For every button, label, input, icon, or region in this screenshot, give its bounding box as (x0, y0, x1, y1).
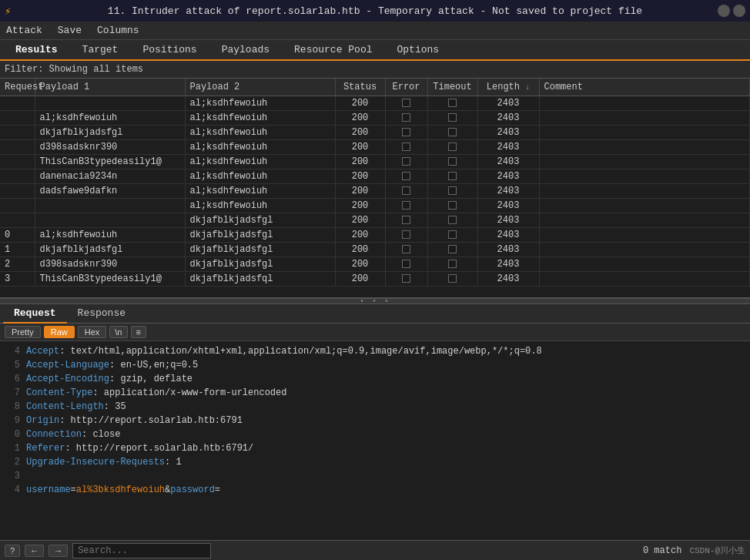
cell-comment (539, 243, 750, 257)
col-header-length[interactable]: Length ↓ (477, 79, 539, 96)
resize-divider[interactable]: • • • (0, 298, 750, 304)
menu-attack[interactable]: Attack (3, 23, 45, 38)
cell-length: 2403 (477, 199, 539, 213)
help-btn[interactable]: ? (5, 545, 20, 557)
col-header-status: Status (335, 79, 385, 96)
tab-options[interactable]: Options (384, 40, 451, 61)
table-row[interactable]: 3 ThisCanB3typedeasily1@ dkjafblkjadsfql… (0, 272, 750, 287)
tab-request[interactable]: Request (3, 304, 67, 324)
cell-payload1: al;ksdhfewoiuh (35, 111, 185, 126)
cell-comment (539, 272, 750, 287)
filter-bar: Filter: Showing all items (0, 61, 750, 79)
search-input[interactable] (72, 543, 211, 558)
cell-request (0, 184, 35, 199)
cell-length: 2403 (477, 126, 539, 140)
table-row[interactable]: al;ksdhfewoiuh al;ksdhfewoiuh 200 2403 (0, 111, 750, 126)
table-row[interactable]: 2 d398sadsknr390 dkjafblkjadsfgl 200 240… (0, 257, 750, 272)
error-checkbox (402, 260, 410, 268)
cell-payload1: d398sadsknr390 (35, 140, 185, 155)
line-number: 3 (6, 469, 20, 483)
close-button[interactable] (733, 5, 745, 17)
back-btn[interactable]: ← (25, 545, 44, 557)
tab-payloads[interactable]: Payloads (209, 40, 282, 61)
menu-save[interactable]: Save (55, 23, 85, 38)
menu-columns[interactable]: Columns (94, 23, 142, 38)
match-count: 0 match (643, 545, 681, 556)
cell-timeout (427, 111, 477, 126)
table-row[interactable]: d398sadsknr390 al;ksdhfewoiuh 200 2403 (0, 140, 750, 155)
tab-response[interactable]: Response (67, 304, 136, 324)
table-row[interactable]: 1 dkjafblkjadsfgl dkjafblkjadsfgl 200 24… (0, 243, 750, 257)
forward-btn[interactable]: → (49, 545, 68, 557)
line-number: 2 (6, 455, 20, 469)
timeout-checkbox (448, 216, 457, 224)
table-row[interactable]: dkjafblkjadsfgl 200 2403 (0, 213, 750, 228)
error-checkbox (402, 157, 410, 166)
cell-error (385, 184, 427, 199)
cell-payload2: al;ksdhfewoiuh (185, 140, 335, 155)
line-content: Accept-Encoding: gzip, deflate (26, 372, 744, 386)
cell-payload1: d398sadsknr390 (35, 257, 185, 272)
hex-btn[interactable]: Hex (78, 326, 107, 338)
table-row[interactable]: 0 al;ksdhfewoiuh dkjafblkjadsfgl 200 240… (0, 228, 750, 243)
table-row[interactable]: al;ksdhfewoiuh 200 2403 (0, 199, 750, 213)
timeout-checkbox (448, 201, 457, 210)
cell-comment (539, 199, 750, 213)
timeout-checkbox (448, 99, 457, 107)
line-number: 7 (6, 386, 20, 400)
raw-btn[interactable]: Raw (44, 326, 75, 338)
table-row[interactable]: al;ksdhfewoiuh 200 2403 (0, 96, 750, 111)
table-row[interactable]: danenacia9234n al;ksdhfewoiuh 200 2403 (0, 169, 750, 184)
code-line: 8Content-Length: 35 (6, 400, 744, 414)
cell-error (385, 213, 427, 228)
cell-payload2: dkjafblkjadsfgl (185, 213, 335, 228)
cell-request (0, 155, 35, 169)
line-content: Accept-Language: en-US,en;q=0.5 (26, 358, 744, 372)
line-content: Origin: http://report.solarlab.htb:6791 (26, 414, 744, 428)
code-line: 4Accept: text/html,application/xhtml+xml… (6, 344, 744, 358)
cell-error (385, 199, 427, 213)
tab-target[interactable]: Target (70, 40, 131, 61)
table-row[interactable]: dadsfawe9dafkn al;ksdhfewoiuh 200 2403 (0, 184, 750, 199)
cell-status: 200 (335, 257, 385, 272)
cell-timeout (427, 184, 477, 199)
tab-positions[interactable]: Positions (130, 40, 209, 61)
ln-btn[interactable]: \n (109, 326, 127, 338)
cell-length: 2403 (477, 96, 539, 111)
pretty-btn[interactable]: Pretty (5, 326, 41, 338)
cell-comment (539, 140, 750, 155)
cell-length: 2403 (477, 155, 539, 169)
cell-timeout (427, 272, 477, 287)
cell-payload1: dkjafblkjadsfgl (35, 243, 185, 257)
timeout-checkbox (448, 128, 457, 136)
timeout-checkbox (448, 157, 457, 166)
col-header-timeout: Timeout (427, 79, 477, 96)
cell-request (0, 111, 35, 126)
line-number: 1 (6, 441, 20, 455)
tab-resource-pool[interactable]: Resource Pool (282, 40, 384, 61)
minimize-button[interactable] (718, 5, 730, 17)
code-line: 3 (6, 469, 744, 483)
cell-status: 200 (335, 111, 385, 126)
cell-length: 2403 (477, 243, 539, 257)
table-row[interactable]: dkjafblkjadsfgl al;ksdhfewoiuh 200 2403 (0, 126, 750, 140)
menu-btn[interactable]: ≡ (131, 326, 146, 338)
cell-status: 200 (335, 184, 385, 199)
cell-payload1: dadsfawe9dafkn (35, 184, 185, 199)
timeout-checkbox (448, 113, 457, 122)
table-row[interactable]: ThisCanB3typedeasily1@ al;ksdhfewoiuh 20… (0, 155, 750, 169)
timeout-checkbox (448, 230, 457, 239)
cell-payload2: dkjafblkjadsfgl (185, 228, 335, 243)
cell-request (0, 169, 35, 184)
cell-length: 2403 (477, 111, 539, 126)
results-table: Request Payload 1 Payload 2 Status Error… (0, 79, 750, 287)
cell-error (385, 155, 427, 169)
cell-status: 200 (335, 96, 385, 111)
cell-timeout (427, 140, 477, 155)
cell-payload2: al;ksdhfewoiuh (185, 111, 335, 126)
tab-results[interactable]: Results (3, 40, 70, 61)
cell-timeout (427, 243, 477, 257)
cell-length: 2403 (477, 213, 539, 228)
cell-request (0, 126, 35, 140)
watermark: CSDN-@川小生 (689, 545, 745, 556)
